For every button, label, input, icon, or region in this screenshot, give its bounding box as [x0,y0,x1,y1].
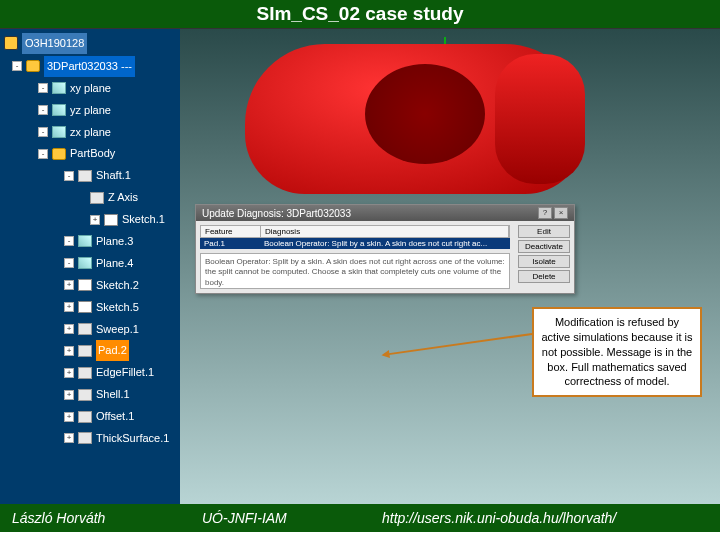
tree-zaxis[interactable]: Z Axis [80,187,178,208]
feature-tree-panel: O3H190128 - 3DPart032033 --- -xy plane -… [0,29,180,504]
diagnosis-table-header: Feature Diagnosis [200,225,510,238]
offset-icon [78,411,92,423]
feature-label: Shell.1 [96,384,130,405]
expand-icon[interactable]: + [64,368,74,378]
feature-label: EdgeFillet.1 [96,362,154,383]
sweep-icon [78,323,92,335]
expand-icon[interactable]: - [38,127,48,137]
dialog-titlebar[interactable]: Update Diagnosis: 3DPart032033 ? × [196,205,574,221]
tree-body[interactable]: -PartBody [28,143,178,164]
slide-title: SIm_CS_02 case study [0,0,720,29]
update-diagnosis-dialog: Update Diagnosis: 3DPart032033 ? × Featu… [195,204,575,294]
red-part-render [185,34,715,199]
expand-icon[interactable]: + [64,433,74,443]
shell-icon [78,389,92,401]
expand-icon[interactable]: + [64,280,74,290]
feature-label: ThickSurface.1 [96,428,169,449]
body-label: PartBody [70,143,115,164]
footer-url: http://users.nik.uni-obuda.hu/lhorvath/ [382,510,708,526]
tree-sketch[interactable]: +Sketch.5 [54,297,178,318]
tree-sweep[interactable]: +Sweep.1 [54,319,178,340]
col-feature: Feature [201,226,261,237]
axis-icon [90,192,104,204]
tree-plane[interactable]: -xy plane [28,78,178,99]
feature-label: Plane.3 [96,231,133,252]
plane-icon [52,82,66,94]
expand-icon[interactable]: - [64,258,74,268]
plane-label: yz plane [70,100,111,121]
footer-institution: UÓ-JNFI-IAM [202,510,342,526]
plane-icon [52,126,66,138]
expand-icon[interactable]: + [90,215,100,225]
part-icon [26,60,40,72]
tree-pad[interactable]: +Pad.2 [54,340,178,361]
expand-icon[interactable]: + [64,390,74,400]
feature-label: Sketch.5 [96,297,139,318]
feature-label: Sketch.1 [122,209,165,230]
feature-label: Sketch.2 [96,275,139,296]
thick-icon [78,432,92,444]
tree-shell[interactable]: +Shell.1 [54,384,178,405]
plane-icon [52,104,66,116]
feature-label: Plane.4 [96,253,133,274]
expand-icon[interactable]: + [64,412,74,422]
feature-label: Offset.1 [96,406,134,427]
expand-icon[interactable]: - [38,83,48,93]
feature-label: Z Axis [108,187,138,208]
body-icon [52,148,66,160]
diagnosis-message: Boolean Operator: Split by a skin. A ski… [200,253,510,289]
expand-icon[interactable]: - [64,236,74,246]
expand-icon[interactable]: + [64,302,74,312]
sketch-icon [104,214,118,226]
fillet-icon [78,367,92,379]
annotation-box: Modification is refused by active simula… [532,307,702,397]
expand-icon[interactable]: - [38,105,48,115]
tree-thick[interactable]: +ThickSurface.1 [54,428,178,449]
product-icon [4,36,18,50]
tree-plane[interactable]: -yz plane [28,100,178,121]
footer-author: László Horváth [12,510,162,526]
tree-plane[interactable]: -Plane.3 [54,231,178,252]
pad-icon [78,345,92,357]
tree-plane[interactable]: -zx plane [28,122,178,143]
feature-label-selected: Pad.2 [96,340,129,361]
plane-label: zx plane [70,122,111,143]
feature-label: Shaft.1 [96,165,131,186]
3d-viewport[interactable]: Update Diagnosis: 3DPart032033 ? × Featu… [180,29,720,504]
help-button[interactable]: ? [538,207,552,219]
feature-label: Sweep.1 [96,319,139,340]
expand-icon[interactable]: - [12,61,22,71]
edit-button[interactable]: Edit [518,225,570,238]
row-diagnosis: Boolean Operator: Split by a skin. A ski… [260,238,510,249]
plane-label: xy plane [70,78,111,99]
tree-root[interactable]: O3H190128 [2,33,178,54]
isolate-button[interactable]: Isolate [518,255,570,268]
tree-offset[interactable]: +Offset.1 [54,406,178,427]
plane-icon [78,257,92,269]
dialog-title-text: Update Diagnosis: 3DPart032033 [202,208,351,219]
col-diagnosis: Diagnosis [261,226,509,237]
close-button[interactable]: × [554,207,568,219]
tree-sketch[interactable]: +Sketch.1 [80,209,178,230]
root-label: O3H190128 [22,33,87,54]
expand-icon[interactable]: - [64,171,74,181]
slide-footer: László Horváth UÓ-JNFI-IAM http://users.… [0,504,720,532]
plane-icon [78,235,92,247]
sketch-icon [78,301,92,313]
expand-icon[interactable]: + [64,324,74,334]
tree-fillet[interactable]: +EdgeFillet.1 [54,362,178,383]
diagnosis-row[interactable]: Pad.1 Boolean Operator: Split by a skin.… [200,238,510,249]
tree-part-node[interactable]: - 3DPart032033 --- [2,56,178,77]
row-feature: Pad.1 [200,238,260,249]
delete-button[interactable]: Delete [518,270,570,283]
main-area: O3H190128 - 3DPart032033 --- -xy plane -… [0,29,720,504]
tree-feature-shaft[interactable]: -Shaft.1 [54,165,178,186]
tree-plane[interactable]: -Plane.4 [54,253,178,274]
shaft-icon [78,170,92,182]
part-label: 3DPart032033 --- [44,56,135,77]
deactivate-button[interactable]: Deactivate [518,240,570,253]
tree-sketch[interactable]: +Sketch.2 [54,275,178,296]
expand-icon[interactable]: - [38,149,48,159]
sketch-icon [78,279,92,291]
expand-icon[interactable]: + [64,346,74,356]
